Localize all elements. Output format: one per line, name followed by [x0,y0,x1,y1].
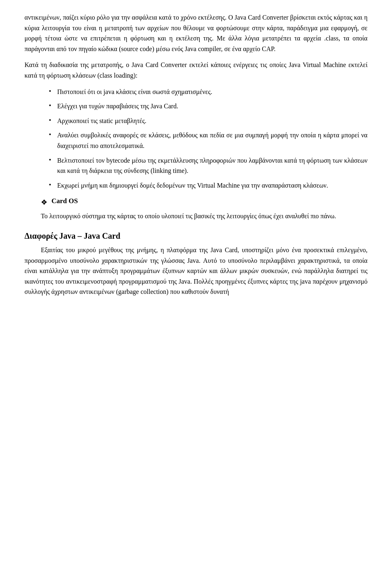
section-heading: Διαφορές Java – Java Card [24,231,368,241]
bullet-item-2: Ελέγχει για τυχών παραβιάσεις της Java C… [49,101,368,112]
card-os-section: ❖ Card OS [41,197,368,207]
bullet-item-3: Αρχικοποιεί τις static μεταβλητές. [49,116,368,126]
paragraph-2: Κατά τη διαδικασία της μετατροπής, ο Jav… [24,60,368,81]
bullet-item-5: Βελτιστοποιεί τον bytecode μέσω της εκμε… [49,155,368,176]
card-os-description: Το λειτουργικό σύστημα της κάρτας το οπο… [24,211,368,222]
diamond-icon: ❖ [41,198,47,207]
bullet-list: Πιστοποιεί ότι οι java κλάσεις είναι σωσ… [49,87,368,191]
bullet-item-4: Αναλύει συμβολικές αναφορές σε κλάσεις, … [49,130,368,151]
card-os-label: Card OS [51,197,78,205]
paragraph-1: αντικειμένων, παίζει κύριο ρόλο για την … [24,12,368,54]
section-paragraph-1: Εξαιτίας του μικρού μεγέθους της μνήμης,… [24,245,368,297]
page-container: αντικειμένων, παίζει κύριο ρόλο για την … [0,0,392,318]
bullet-item-1: Πιστοποιεί ότι οι java κλάσεις είναι σωσ… [49,87,368,97]
bullet-item-6: Εκχωρεί μνήμη και δημιουργεί δομές δεδομ… [49,180,368,191]
